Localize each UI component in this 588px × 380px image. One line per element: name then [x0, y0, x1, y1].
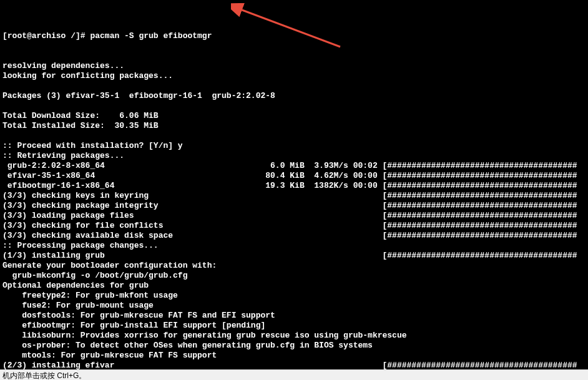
terminal-output-line	[2, 81, 586, 91]
terminal-output-line: efivar-35-1-x86_64 80.4 KiB 4.62M/s 00:0…	[2, 171, 586, 181]
terminal-output-line: (3/3) checking available disk space [###…	[2, 231, 586, 241]
terminal-output-line	[2, 131, 586, 141]
terminal-output-line: Packages (3) efivar-35-1 efibootmgr-16-1…	[2, 91, 586, 101]
terminal-output-line: Generate your bootloader configuration w…	[2, 261, 586, 271]
status-text: 机内部单击或按 Ctrl+G。	[2, 371, 86, 380]
terminal-output-line: :: Processing package changes...	[2, 241, 586, 251]
terminal-output-line: (3/3) checking keys in keyring [########…	[2, 191, 586, 201]
terminal-output-line: grub-2:2.02-8-x86_64 6.0 MiB 3.93M/s 00:…	[2, 161, 586, 171]
terminal-output-line: grub-mkconfig -o /boot/grub/grub.cfg	[2, 271, 586, 281]
svg-line-1	[240, 9, 340, 47]
terminal-window[interactable]: [root@archiso /]# pacman -S grub efiboot…	[0, 0, 588, 369]
terminal-output-line: dosfstools: For grub-mkrescue FAT FS and…	[2, 311, 586, 321]
terminal-output-line: :: Retrieving packages...	[2, 151, 586, 161]
terminal-output-line	[2, 101, 586, 111]
terminal-output-line: freetype2: For grub-mkfont usage	[2, 291, 586, 301]
terminal-output-line: libisoburn: Provides xorriso for generat…	[2, 331, 586, 341]
terminal-output-line: resolving dependencies...	[2, 61, 586, 71]
terminal-output-line: (3/3) checking for file conflicts [#####…	[2, 221, 586, 231]
terminal-output-line: efibootmgr-16-1-x86_64 19.3 KiB 1382K/s …	[2, 181, 586, 191]
terminal-output-line: Total Installed Size: 30.35 MiB	[2, 121, 586, 131]
terminal-output-line: os-prober: To detect other OSes when gen…	[2, 341, 586, 351]
terminal-output-line: (3/3) checking package integrity [######…	[2, 201, 586, 211]
terminal-line: [root@archiso /]# pacman -S grub efiboot…	[2, 31, 586, 41]
terminal-output-line: mtools: For grub-mkrescue FAT FS support	[2, 351, 586, 361]
shell-prompt: [root@archiso /]#	[2, 31, 90, 41]
terminal-output-line: Total Download Size: 6.06 MiB	[2, 111, 586, 121]
terminal-output-line: efibootmgr: For grub-install EFI support…	[2, 321, 586, 331]
terminal-output-line: Optional dependencies for grub	[2, 281, 586, 291]
terminal-output-line: (1/3) installing grub [#################…	[2, 251, 586, 261]
annotation-arrow	[231, 3, 343, 53]
terminal-output-line: :: Proceed with installation? [Y/n] y	[2, 141, 586, 151]
terminal-output-line: (2/3) installing efivar [###############…	[2, 361, 586, 369]
terminal-output-line: looking for conflicting packages...	[2, 71, 586, 81]
terminal-output-line: (3/3) loading package files [###########…	[2, 211, 586, 221]
terminal-output-line: fuse2: For grub-mount usage	[2, 301, 586, 311]
vm-status-bar: 机内部单击或按 Ctrl+G。	[0, 369, 588, 380]
command-text: pacman -S grub efibootmgr	[90, 31, 212, 41]
